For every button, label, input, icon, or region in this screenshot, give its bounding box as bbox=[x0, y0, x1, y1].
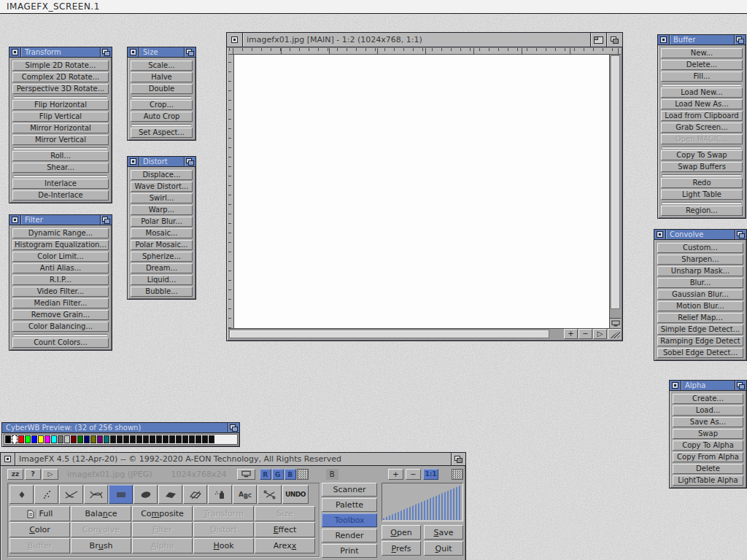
close-icon[interactable] bbox=[128, 157, 139, 166]
relief-map-button[interactable]: Relief Map... bbox=[657, 313, 743, 323]
color-swatch-8[interactable] bbox=[58, 435, 63, 443]
polygon-tool-button[interactable] bbox=[158, 485, 182, 504]
depth-icon[interactable] bbox=[734, 35, 746, 44]
menu-size-button[interactable]: Size bbox=[255, 506, 315, 521]
zoom-out-button[interactable]: − bbox=[406, 469, 421, 480]
color-swatch-29[interactable] bbox=[196, 435, 201, 443]
text-tool-button[interactable]: ABC bbox=[233, 485, 257, 504]
zoom-in-button[interactable]: + bbox=[388, 469, 403, 480]
screen-titlebar[interactable]: IMAGEFX_SCREEN.1 bbox=[0, 0, 747, 14]
light-table-button[interactable]: Light Table bbox=[661, 190, 743, 200]
close-icon[interactable] bbox=[658, 35, 670, 44]
menu-composite-button[interactable]: Composite bbox=[132, 506, 193, 521]
complex-2d-rotate-button[interactable]: Complex 2D Rotate... bbox=[12, 72, 109, 82]
depth-icon[interactable] bbox=[735, 230, 746, 239]
spherize-button[interactable]: Spherize... bbox=[131, 252, 193, 262]
image-canvas[interactable] bbox=[234, 55, 610, 328]
dither-pattern-button[interactable] bbox=[452, 469, 463, 480]
close-icon[interactable] bbox=[128, 47, 139, 57]
point-tool-button[interactable] bbox=[9, 485, 34, 504]
color-swatch-7[interactable] bbox=[51, 435, 57, 443]
zoom-gadget-icon[interactable] bbox=[590, 33, 606, 47]
count-colors-button[interactable]: Count Colors... bbox=[12, 338, 109, 348]
render-button[interactable]: Render bbox=[322, 529, 377, 542]
depth-icon[interactable] bbox=[451, 453, 465, 465]
color-swatch-15[interactable] bbox=[104, 435, 109, 443]
vertical-scrollbar[interactable] bbox=[610, 55, 621, 318]
crop-button[interactable]: Crop... bbox=[131, 100, 193, 110]
depth-icon[interactable] bbox=[184, 47, 196, 57]
play-button[interactable]: ▷ bbox=[42, 469, 58, 480]
color-swatch-5[interactable] bbox=[38, 435, 44, 443]
resize-handle[interactable] bbox=[608, 329, 621, 339]
horizontal-scroll-thumb[interactable] bbox=[229, 330, 549, 338]
simple-2d-rotate-button[interactable]: Simple 2D Rotate... bbox=[12, 61, 109, 71]
histogram-equalization-button[interactable]: Histogram Equalization... bbox=[12, 240, 109, 250]
color-swatch-11[interactable] bbox=[77, 435, 83, 443]
menu-convolve-button[interactable]: Convolve bbox=[71, 522, 131, 537]
color-swatch-3[interactable] bbox=[25, 435, 31, 443]
fill-tool-button[interactable] bbox=[183, 485, 207, 504]
zoom-ratio-button[interactable]: 1:1 bbox=[423, 469, 438, 480]
menu-brush-button[interactable]: Brush bbox=[71, 538, 131, 553]
color-swatch-27[interactable] bbox=[182, 435, 188, 443]
motion-blur-button[interactable]: Motion Blur... bbox=[657, 301, 743, 311]
perspective-3d-rotate-button[interactable]: Perspective 3D Rotate... bbox=[12, 84, 109, 94]
color-swatch-13[interactable] bbox=[90, 435, 96, 443]
depth-icon[interactable] bbox=[735, 381, 746, 390]
color-swatch-6[interactable] bbox=[44, 435, 50, 443]
wave-distort-button[interactable]: Wave Distort... bbox=[131, 182, 193, 192]
color-swatch-17[interactable] bbox=[117, 435, 123, 443]
load-button[interactable]: Load... bbox=[673, 405, 743, 416]
mosaic-button[interactable]: Mosaic... bbox=[131, 228, 193, 238]
menu-full-button[interactable]: Full bbox=[9, 506, 70, 521]
cyberwb-titlebar[interactable]: CyberWB Preview: (32 of 256 shown) bbox=[2, 423, 239, 433]
screen-mode-button[interactable] bbox=[610, 318, 621, 328]
auto-crop-button[interactable]: Auto Crop bbox=[131, 112, 193, 122]
menu-alpha-button[interactable]: Alpha bbox=[132, 538, 193, 553]
copy-to-swap-button[interactable]: Copy To Swap bbox=[661, 150, 743, 160]
vertical-scroll-thumb[interactable] bbox=[611, 55, 620, 309]
depth-icon[interactable] bbox=[228, 423, 239, 432]
double-button[interactable]: Double bbox=[131, 84, 193, 94]
color-swatch-1[interactable] bbox=[12, 435, 18, 443]
toolbox-titlebar[interactable]: ImageFX 4.5 (12-Apr-20) -- © 1992-2020 A… bbox=[1, 453, 465, 466]
roll-button[interactable]: Roll... bbox=[12, 151, 109, 161]
depth-icon[interactable] bbox=[100, 215, 112, 225]
color-swatch-18[interactable] bbox=[123, 435, 129, 443]
box-tool-button[interactable] bbox=[109, 485, 133, 504]
color-swatch-9[interactable] bbox=[64, 435, 70, 443]
swirl-button[interactable]: Swirl... bbox=[131, 193, 193, 203]
set-aspect-button[interactable]: Set Aspect... bbox=[131, 128, 193, 138]
open-button[interactable]: Open bbox=[382, 525, 421, 540]
horizontal-scrollbar[interactable] bbox=[228, 329, 563, 339]
airbrush-tool-button[interactable] bbox=[34, 485, 58, 504]
toolbox-button[interactable]: Toolbox bbox=[322, 513, 377, 527]
delete-button[interactable]: Delete... bbox=[661, 60, 743, 70]
menu-filter-button[interactable]: Filter bbox=[132, 522, 193, 537]
scale-button[interactable]: Scale... bbox=[131, 61, 193, 71]
quit-button[interactable]: Quit bbox=[424, 541, 463, 556]
color-swatch-31[interactable] bbox=[209, 435, 214, 443]
color-swatch-23[interactable] bbox=[156, 435, 162, 443]
color-swatch-30[interactable] bbox=[202, 435, 208, 443]
gaussian-blur-button[interactable]: Gaussian Blur... bbox=[657, 289, 743, 300]
displace-button[interactable]: Displace... bbox=[131, 170, 193, 180]
color-swatch-12[interactable] bbox=[84, 435, 90, 443]
main-window-titlebar[interactable]: imagefx01.jpg [MAIN] - 1:2 (1024x768, 1:… bbox=[227, 33, 622, 47]
copy-from-alpha-button[interactable]: Copy From Alpha bbox=[673, 452, 743, 462]
warp-button[interactable]: Warp... bbox=[131, 205, 193, 215]
median-filter-button[interactable]: Median Filter... bbox=[12, 298, 109, 308]
close-icon[interactable] bbox=[1, 453, 15, 465]
shear-button[interactable]: Shear... bbox=[12, 163, 109, 173]
save-as-button[interactable]: Save As... bbox=[673, 417, 743, 427]
help-button[interactable]: ? bbox=[25, 469, 41, 480]
sharpen-button[interactable]: Sharpen... bbox=[657, 254, 743, 265]
mirror-vertical-button[interactable]: Mirror Vertical bbox=[12, 135, 109, 145]
line-tool-button[interactable] bbox=[59, 485, 83, 504]
swap-button[interactable]: Swap bbox=[673, 429, 743, 439]
redo-button[interactable]: Redo bbox=[661, 178, 743, 188]
scanner-button[interactable]: Scanner bbox=[322, 483, 377, 497]
flip-horizontal-button[interactable]: Flip Horizontal bbox=[12, 100, 109, 110]
custom-button[interactable]: Custom... bbox=[657, 243, 743, 253]
